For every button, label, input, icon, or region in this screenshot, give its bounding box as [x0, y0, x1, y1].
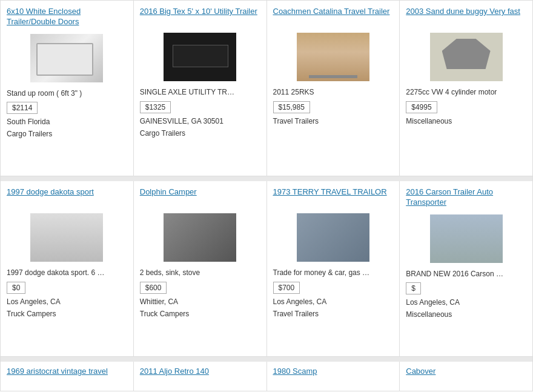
listing-card-1: 6x10 White Enclosed Trailer/Double Doors…: [1, 1, 134, 176]
card-8-title[interactable]: 2016 Carson Trailer Auto Transporter: [406, 187, 526, 208]
card-3-image-wrapper: [273, 30, 394, 84]
card-1-location: South Florida: [7, 118, 127, 126]
card-11-title[interactable]: 1980 Scamp: [273, 367, 394, 386]
card-4-desc: 2275cc VW 4 cylinder motor: [406, 88, 526, 98]
card-8-location: Los Angeles, CA: [406, 298, 526, 307]
card-5-price: $0: [7, 282, 25, 294]
card-3-desc: 2011 25RKS: [273, 88, 394, 98]
card-7-category: Travel Trailers: [273, 310, 394, 318]
listing-card-5: 1997 dodge dakota sport 1997 dodge dakot…: [1, 181, 134, 357]
card-1-desc: Stand up room ( 6ft 3" ): [7, 89, 127, 99]
card-3-image: [297, 33, 369, 81]
card-2-category: Cargo Trailers: [140, 129, 260, 138]
card-2-image: [164, 33, 236, 81]
row-divider-2: [1, 357, 533, 362]
card-7-image: [297, 213, 369, 262]
card-6-desc: 2 beds, sink, stove: [140, 268, 260, 278]
listing-card-7: 1973 TERRY TRAVEL TRAILOR Trade for mone…: [267, 181, 400, 357]
card-4-title[interactable]: 2003 Sand dune buggy Very fast: [406, 7, 526, 26]
listing-card-12: Cabover: [400, 362, 533, 391]
card-5-image: [30, 213, 103, 262]
card-7-location: Los Angeles, CA: [273, 297, 394, 306]
card-7-image-wrapper: [273, 210, 394, 265]
card-1-image-wrapper: [7, 31, 127, 85]
card-8-desc: BRAND NEW 2016 Carson …: [406, 270, 526, 279]
card-2-price: $1325: [140, 101, 171, 113]
card-4-image-wrapper: [406, 30, 526, 84]
card-4-location: Miscellaneous: [406, 117, 526, 125]
card-5-category: Truck Campers: [7, 310, 127, 318]
card-2-location: GAINESVILLE, GA 30501: [140, 117, 260, 125]
card-9-title[interactable]: 1969 aristocrat vintage travel: [7, 367, 127, 386]
card-8-image: [430, 214, 503, 263]
card-7-price: $700: [273, 282, 300, 294]
card-12-title[interactable]: Cabover: [406, 367, 526, 386]
card-5-desc: 1997 dodge dakota sport. 6 …: [7, 268, 127, 278]
card-6-image: [164, 213, 236, 262]
card-4-image: [430, 33, 503, 81]
card-5-location: Los Angeles, CA: [7, 297, 127, 306]
card-6-category: Truck Campers: [140, 310, 260, 318]
card-8-category: Miscellaneous: [406, 310, 526, 319]
card-1-price: $2114: [7, 102, 38, 114]
card-1-image: [30, 34, 103, 82]
card-8-price: $: [406, 282, 421, 294]
card-10-title[interactable]: 2011 Aljo Retro 140: [140, 367, 260, 386]
listing-card-6: Dolphin Camper 2 beds, sink, stove $600 …: [134, 181, 267, 357]
card-1-category: Cargo Trailers: [7, 130, 127, 138]
listing-card-3: Coachmen Catalina Travel Trailer 2011 25…: [267, 1, 400, 176]
card-8-image-wrapper: [406, 211, 526, 266]
listing-card-4: 2003 Sand dune buggy Very fast 2275cc VW…: [400, 1, 533, 176]
card-6-price: $600: [140, 282, 167, 294]
card-6-location: Whittier, CA: [140, 297, 260, 306]
row-divider-1: [1, 176, 533, 181]
card-2-desc: SINGLE AXLE UTILITY TR…: [140, 88, 260, 98]
card-6-image-wrapper: [140, 210, 260, 265]
card-3-title[interactable]: Coachmen Catalina Travel Trailer: [273, 7, 394, 26]
listing-grid: 6x10 White Enclosed Trailer/Double Doors…: [0, 0, 533, 391]
card-7-title[interactable]: 1973 TERRY TRAVEL TRAILOR: [273, 187, 394, 207]
card-6-title[interactable]: Dolphin Camper: [140, 187, 260, 207]
card-3-price: $15,985: [273, 101, 310, 113]
card-4-price: $4995: [406, 101, 437, 113]
card-2-title[interactable]: 2016 Big Tex 5' x 10' Utility Trailer: [140, 7, 260, 26]
card-2-image-wrapper: [140, 30, 260, 84]
listing-card-10: 2011 Aljo Retro 140: [134, 362, 267, 391]
card-5-image-wrapper: [7, 210, 127, 265]
listing-card-8: 2016 Carson Trailer Auto Transporter BRA…: [400, 181, 533, 357]
card-3-location: Travel Trailers: [273, 117, 394, 125]
listing-card-9: 1969 aristocrat vintage travel: [1, 362, 134, 391]
listing-card-11: 1980 Scamp: [267, 362, 400, 391]
listing-card-2: 2016 Big Tex 5' x 10' Utility Trailer SI…: [134, 1, 267, 176]
card-5-title[interactable]: 1997 dodge dakota sport: [7, 187, 127, 207]
card-1-title[interactable]: 6x10 White Enclosed Trailer/Double Doors: [7, 7, 127, 27]
card-7-desc: Trade for money & car, gas …: [273, 268, 394, 278]
